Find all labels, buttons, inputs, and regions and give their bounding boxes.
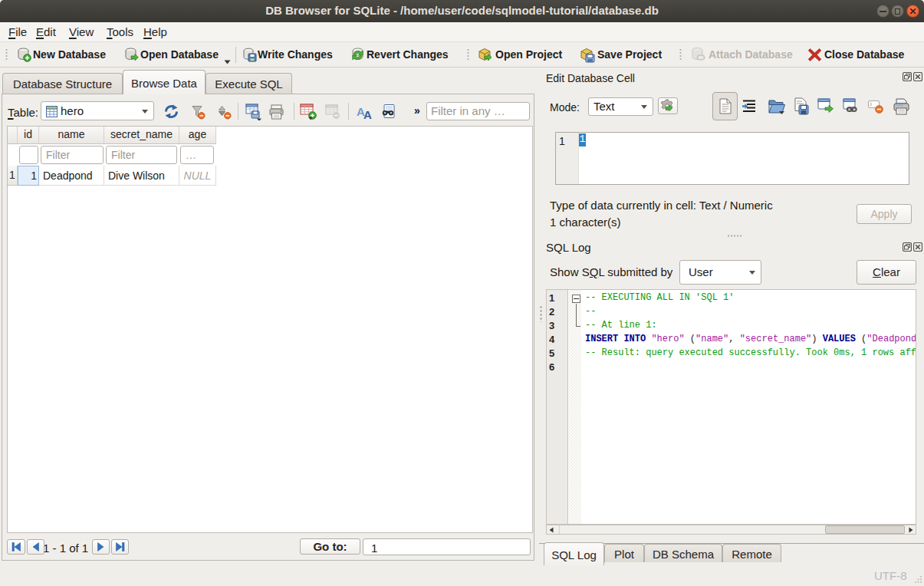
svg-text:A: A [363,108,372,120]
